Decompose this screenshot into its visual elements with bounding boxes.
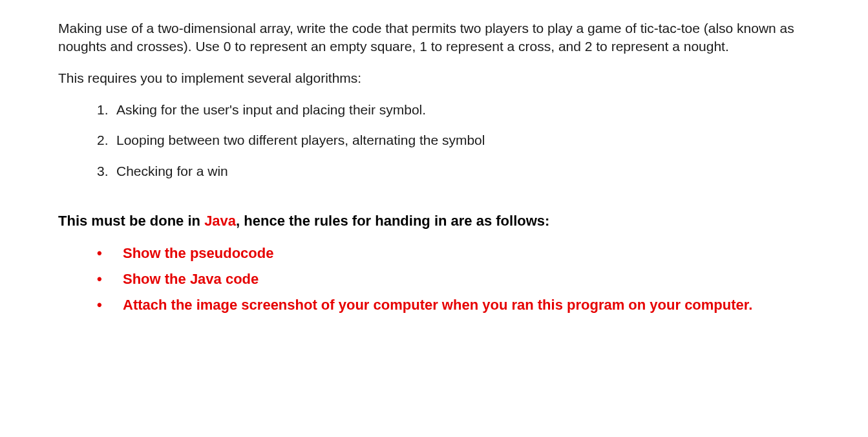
instruction-suffix: , hence the rules for handing in are as …	[236, 213, 549, 229]
intro-paragraph-2: This requires you to implement several a…	[58, 69, 810, 87]
algorithm-item-1: Asking for the user's input and placing …	[97, 100, 810, 119]
algorithm-item-3: Checking for a win	[97, 162, 810, 180]
instruction-prefix: This must be done in	[58, 213, 204, 229]
requirement-item-2: Show the Java code	[97, 270, 810, 289]
algorithm-item-2: Looping between two different players, a…	[97, 131, 810, 149]
instruction-line: This must be done in Java, hence the rul…	[58, 213, 810, 229]
intro-paragraph-1: Making use of a two-dimensional array, w…	[58, 19, 810, 56]
requirement-item-1: Show the pseudocode	[97, 244, 810, 263]
algorithms-list: Asking for the user's input and placing …	[97, 100, 810, 180]
instruction-highlight: Java	[204, 213, 236, 229]
requirement-item-3: Attach the image screenshot of your comp…	[97, 295, 810, 315]
requirements-list: Show the pseudocode Show the Java code A…	[97, 244, 810, 314]
